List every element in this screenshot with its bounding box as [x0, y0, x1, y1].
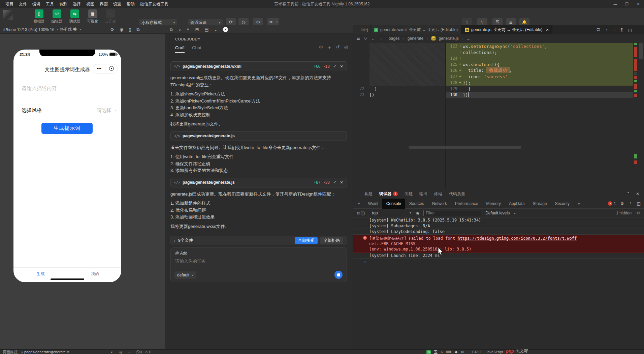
console-output[interactable]: [system] WeChatLib: 3.8.5 (2025.5.19 15:… — [353, 217, 644, 265]
menu-view[interactable]: 视图 — [84, 0, 97, 8]
more-settings-icon[interactable]: ◎ — [344, 45, 348, 51]
devtools-tab-sources[interactable]: Sources — [405, 199, 428, 209]
theme-icon[interactable]: ◒ — [215, 27, 217, 32]
breadcrumb-file[interactable]: generate.js — [439, 36, 459, 41]
page-path-selector[interactable]: 页面路径 ▾ — [3, 350, 23, 354]
panel-tab-debugger[interactable]: 调试器1 — [379, 191, 398, 197]
console-prompt[interactable]: › — [353, 259, 644, 265]
editor-tab-js[interactable]: JS generate.js: 变更前 ↔ 变更后 (Editable) ✕ — [461, 25, 553, 34]
error-font-link[interactable]: https://tdesign.gtimg.com/icon/0.3.2/fon… — [457, 236, 577, 241]
gear-icon[interactable]: ⚙ — [319, 45, 323, 51]
editor-tab-partial[interactable]: ble) — [353, 25, 371, 34]
devtools-tab-console[interactable]: Console — [382, 199, 405, 209]
devtools-tab-security[interactable]: Security — [551, 199, 574, 209]
console-error-row[interactable]: ✕[渲染层网络层错误] Failed to load font https://… — [353, 235, 644, 253]
arrow-down-icon[interactable]: ↓ — [613, 28, 615, 32]
close-tab-icon[interactable]: ✕ — [546, 28, 549, 32]
tab-craft[interactable]: Craft — [175, 45, 185, 53]
devtools-tab-network[interactable]: Network — [428, 199, 451, 209]
menu-project[interactable]: 项目 — [3, 0, 16, 8]
user-icon[interactable]: ☻ — [454, 350, 458, 354]
more-tabs-icon[interactable]: » — [574, 199, 584, 209]
device-selector[interactable]: iPhone 12/13 (Pro) 100% 16 ▾ — [3, 25, 58, 34]
simulator-toggle-button[interactable]: ▯ 模拟器 — [32, 9, 46, 24]
file-icon[interactable]: ▤ — [204, 27, 208, 32]
accept-change-icon[interactable]: ✓ — [333, 180, 336, 185]
file-change-card[interactable]: </>pages/generate/generate.wxml+66-13✓✕ — [170, 61, 347, 71]
add-context-button[interactable]: @ Add — [175, 251, 187, 256]
maximize-button[interactable]: ❐ — [621, 0, 633, 8]
console-sidebar-icon[interactable]: ⧈ — [357, 211, 360, 215]
new-chat-icon[interactable]: ＋ — [327, 45, 332, 51]
devtools-tab-performance[interactable]: Performance — [451, 199, 482, 209]
pilcrow-icon[interactable]: ¶ — [620, 28, 622, 32]
visualize-toggle-button[interactable]: ▦ 可视化 — [86, 9, 99, 24]
menu-help[interactable]: 帮助 — [124, 0, 137, 8]
menu-settings[interactable]: 设置 — [110, 0, 124, 8]
bookmark-icon[interactable]: ⛉ — [364, 36, 367, 41]
console-log-row[interactable]: [system] LazyCodeLoading: false — [353, 229, 644, 235]
breadcrumb-generate[interactable]: generate — [408, 36, 423, 41]
style-picker-row[interactable]: 选择风格 请选择 › — [13, 106, 121, 117]
eye-icon[interactable]: ◎ — [119, 350, 123, 354]
device-frame-icon[interactable]: ▯ — [129, 27, 131, 32]
panel-tab-build[interactable]: 构建 — [364, 191, 373, 197]
history-icon[interactable]: ↺ — [336, 45, 340, 51]
devtools-tab-memory[interactable]: Memory — [482, 199, 505, 209]
copy-path-icon[interactable]: ⧉ — [67, 350, 69, 354]
panel-tab-output[interactable]: 输出 — [419, 191, 427, 197]
arrow-up-icon[interactable]: ↑ — [606, 28, 608, 32]
menu-tools[interactable]: 工具 — [43, 0, 57, 8]
log-levels-selector[interactable]: Default levels ▼ — [485, 211, 516, 215]
tab-chat[interactable]: Chat — [192, 45, 201, 53]
multi-window-icon[interactable]: ⧉ — [136, 27, 139, 32]
console-log-row[interactable]: [system] Subpackages: N/A — [353, 223, 644, 229]
warning-icon[interactable]: ⚠ — [145, 350, 148, 354]
devtools-tab-appdata[interactable]: AppData — [505, 199, 529, 209]
language-indicator[interactable]: JavaScript — [486, 350, 503, 354]
context-selector[interactable]: top ▼ — [372, 211, 412, 215]
extensions-icon[interactable]: ⊞ — [195, 27, 199, 32]
record-icon[interactable]: ◉ — [120, 27, 123, 32]
debugger-toggle-button[interactable]: ⇆ 调试器 — [68, 9, 82, 24]
cloud-dev-button[interactable]: ◌ 云开发 — [104, 9, 117, 24]
files-summary-bar[interactable]: › 9个文件 全部接受 全部拒绝 — [170, 236, 347, 245]
dock-side-icon[interactable]: ◫ — [637, 201, 641, 206]
console-log-row[interactable]: [system] WeChatLib: 3.8.5 (2025.5.19 15:… — [353, 217, 644, 223]
devtools-tab-wxml[interactable]: Wxml — [364, 199, 382, 209]
reject-change-icon[interactable]: ✕ — [340, 180, 343, 185]
inspect-element-icon[interactable]: ⌖ — [358, 201, 360, 206]
kebab-menu-icon[interactable]: ⋮ — [629, 201, 633, 206]
task-input-box[interactable]: @ Add 请输入你的任务 default ˅ — [170, 247, 347, 282]
tab-generate[interactable]: 生成 — [36, 271, 44, 277]
menu-select[interactable]: 选择 — [70, 0, 84, 8]
diff-view[interactable]: 72 }73}) 123+wx.setStorageSync('collecti… — [353, 42, 644, 189]
hot-reload-selector[interactable]: 热重载 关 ▾ — [60, 25, 81, 34]
horizontal-scrollbar[interactable] — [409, 146, 521, 149]
copy-files-icon[interactable]: ⧉ — [170, 27, 173, 32]
more-actions-icon[interactable]: ⋯ — [637, 28, 641, 32]
close-button[interactable]: ✕ — [633, 0, 644, 8]
tune-icon[interactable]: ⚟ — [110, 350, 114, 354]
menu-devtools[interactable]: 微信开发者工具 — [137, 0, 171, 8]
editor-tab-wxml[interactable]: ◇ generate.wxml: 变更前 ↔ 变更后 (Editable) — [371, 25, 461, 34]
breadcrumb-more[interactable]: … — [466, 36, 471, 41]
reject-all-button[interactable]: 全部拒绝 — [320, 237, 343, 244]
grid-tray-icon[interactable]: ⊞ — [461, 350, 464, 354]
split-editor-icon[interactable]: ◫ — [628, 28, 632, 32]
description-input[interactable]: 请输入描述内容 — [22, 85, 57, 92]
wubi-ime-icon[interactable]: 五 — [434, 350, 438, 354]
comment-icon[interactable]: 🗩 — [596, 28, 600, 32]
tab-mine[interactable]: 我的 — [91, 271, 99, 277]
reject-change-icon[interactable]: ✕ — [340, 64, 343, 69]
generate-prompt-button[interactable]: 生成提示词 — [41, 123, 93, 134]
rotate-icon[interactable]: ⟳ — [110, 27, 114, 32]
console-filter-input[interactable]: Filter — [423, 210, 481, 216]
git-branch-icon[interactable]: ⑂ — [187, 27, 190, 32]
model-selector[interactable]: default ˅ — [174, 271, 196, 279]
editor-toggle-button[interactable]: </> 编辑器 — [50, 9, 64, 24]
current-page-path[interactable]: pages/generate/generate — [24, 350, 66, 354]
search-icon[interactable]: ⌕ — [179, 27, 181, 32]
outline-icon[interactable]: ☰ — [356, 36, 360, 41]
sogou-ime-icon[interactable]: S — [426, 350, 431, 354]
